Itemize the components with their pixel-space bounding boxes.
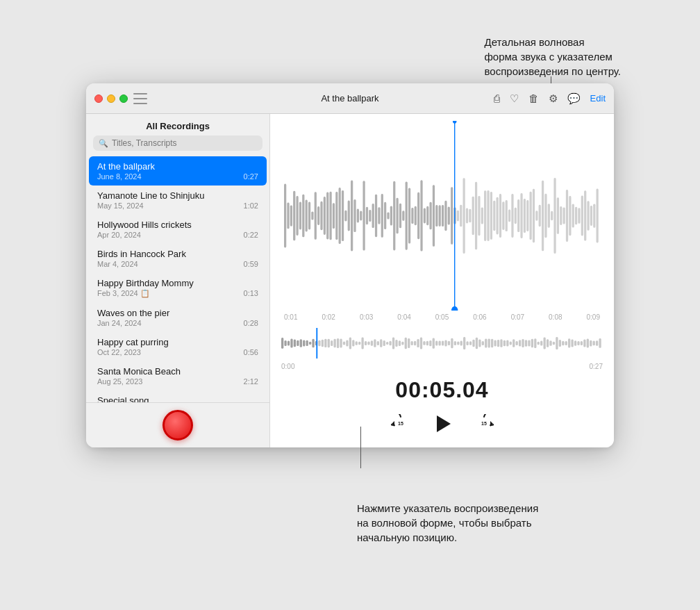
svg-rect-113 [300,339,302,347]
svg-rect-17 [335,192,338,240]
svg-rect-42 [411,208,413,224]
recording-item[interactable]: Waves on the pierJan 24, 20240:28 [89,303,267,332]
svg-rect-196 [556,337,558,349]
svg-rect-12 [320,201,322,230]
svg-rect-27 [366,207,368,224]
time-ruler-label: 0:09 [587,313,600,321]
svg-rect-71 [499,194,501,238]
svg-rect-174 [488,339,490,348]
recording-item[interactable]: Special songAug 25, 2023 📋0:15 [89,390,267,402]
svg-rect-18 [339,188,341,244]
recording-item[interactable]: Hollywood Hills cricketsApr 20, 20240:22 [89,215,267,244]
svg-rect-126 [340,339,342,348]
svg-rect-38 [399,204,401,229]
svg-rect-69 [493,201,495,231]
svg-rect-66 [484,190,486,241]
maximize-button[interactable] [119,94,128,103]
svg-rect-86 [544,194,547,238]
svg-rect-114 [303,340,305,346]
favorite-icon[interactable]: ♡ [510,92,519,105]
time-ruler-label: 0:02 [322,313,335,321]
svg-rect-36 [393,181,395,251]
svg-rect-76 [515,208,517,224]
svg-rect-164 [457,342,459,345]
transcript-icon[interactable]: 💬 [567,92,581,105]
svg-rect-73 [506,200,508,231]
svg-rect-85 [542,181,544,252]
svg-rect-203 [577,341,579,345]
mini-time-end: 0:27 [590,363,603,370]
svg-rect-15 [329,192,331,240]
share-icon[interactable]: ⎙ [494,92,500,104]
time-ruler-label: 0:04 [397,313,410,321]
svg-rect-151 [417,339,419,347]
svg-rect-115 [306,340,308,346]
delete-icon[interactable]: 🗑 [528,92,539,104]
svg-rect-0 [284,184,286,248]
svg-rect-133 [361,338,363,349]
svg-rect-67 [487,190,489,241]
search-input[interactable] [112,138,257,148]
recording-item[interactable]: Santa Monica BeachAug 25, 20232:12 [89,361,267,390]
svg-rect-21 [348,201,350,231]
svg-rect-6 [302,195,304,238]
svg-rect-84 [539,205,541,226]
svg-rect-144 [395,340,397,347]
svg-rect-81 [530,192,532,240]
large-waveform-container[interactable] [270,114,614,311]
svg-rect-101 [590,206,592,226]
svg-rect-119 [318,340,320,347]
svg-rect-141 [386,342,388,345]
recording-item[interactable]: Yamanote Line to ShinjukuMay 15, 20241:0… [89,186,267,215]
play-button[interactable] [430,411,455,436]
mini-time-start: 0:00 [281,363,294,370]
svg-rect-30 [375,195,377,237]
time-ruler-label: 0:07 [511,313,524,321]
record-button[interactable] [162,410,193,440]
recording-item[interactable]: Birds in Hancock ParkMar 4, 20240:59 [89,244,267,273]
svg-rect-185 [522,339,524,347]
svg-rect-159 [442,341,444,346]
recording-item[interactable]: Happy cat purringOct 22, 20230:56 [89,332,267,361]
settings-icon[interactable]: ⚙ [549,92,558,105]
main-content: All Recordings 🔍 At the ballparkJune 8, … [86,114,614,447]
annotation-playhead-line [360,427,361,468]
svg-rect-25 [360,211,362,220]
skip-forward-button[interactable]: 15 [474,414,494,434]
time-ruler-label: 0:05 [435,313,449,321]
svg-rect-5 [299,202,301,230]
recording-item[interactable]: At the ballparkJune 8, 20240:27 [89,156,267,186]
svg-rect-125 [337,338,339,348]
svg-rect-148 [408,338,410,348]
svg-rect-123 [331,340,333,346]
svg-rect-186 [525,340,527,347]
sidebar-toggle[interactable] [133,93,147,104]
svg-rect-3 [293,191,295,241]
svg-rect-39 [402,211,404,221]
search-bar[interactable]: 🔍 [93,135,262,151]
minimize-button[interactable] [107,94,115,103]
svg-rect-54 [448,206,450,224]
svg-rect-32 [381,194,383,238]
svg-rect-70 [497,197,499,235]
svg-rect-139 [380,339,382,347]
close-button[interactable] [94,94,103,103]
svg-rect-165 [460,341,462,346]
svg-rect-59 [462,178,465,254]
svg-rect-93 [566,190,568,242]
svg-rect-55 [451,187,453,245]
recording-item[interactable]: Happy Birthday MommyFeb 3, 2024 📋0:13 [89,273,267,303]
waveform-area: 0:010:020:030:040:050:060:070:080:09 0:0… [270,114,614,447]
edit-button[interactable]: Edit [590,93,606,104]
svg-rect-45 [420,180,422,251]
mini-waveform-container[interactable] [270,324,614,363]
skip-back-button[interactable]: 15 [391,414,410,434]
svg-rect-91 [560,206,562,225]
svg-rect-47 [426,206,428,225]
svg-rect-61 [469,209,471,222]
svg-rect-107 [281,338,283,349]
svg-rect-87 [548,204,550,227]
svg-rect-37 [396,198,398,233]
svg-rect-160 [444,340,447,347]
time-ruler: 0:010:020:030:040:050:060:070:080:09 [270,311,614,324]
